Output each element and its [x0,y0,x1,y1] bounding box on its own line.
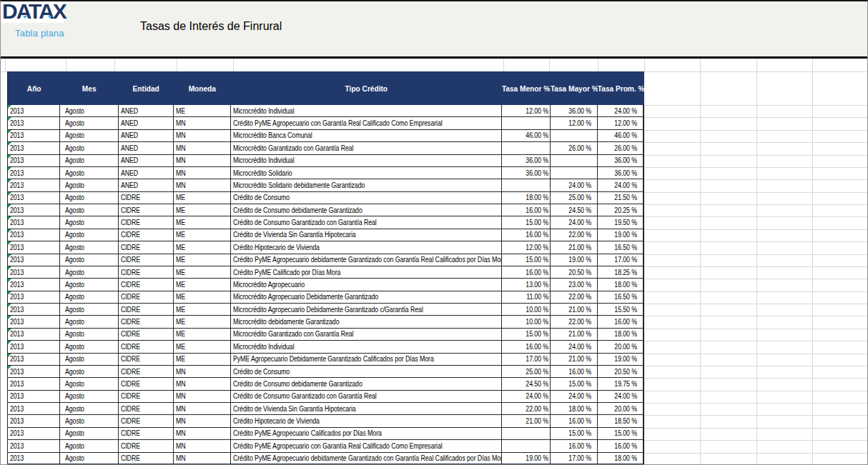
cell-year[interactable]: 2013 [8,440,60,451]
cell-currency[interactable]: ME [174,229,231,241]
cell-rate-min[interactable]: 12.00 % [502,241,551,253]
cell-rate-min[interactable]: 10.00 % [502,304,551,315]
cell-rate-max[interactable]: 24.50 % [551,204,598,216]
cell-rate-min[interactable]: 11.00 % [502,291,551,303]
cell-year[interactable]: 2013 [8,329,60,340]
cell-entity[interactable]: CIDRE [119,291,174,303]
cell-credit-type[interactable]: Microcrédito Solidario [231,167,502,179]
cell-entity[interactable]: CIDRE [119,453,174,464]
cell-credit-type[interactable]: Crédito de Consumo [231,192,502,204]
cell-rate-avg[interactable]: 20.00 % [598,341,644,352]
cell-currency[interactable]: ME [174,279,231,290]
cell-rate-min[interactable]: 24.50 % [502,378,551,389]
cell-month[interactable]: Agosto [60,130,119,141]
cell-month[interactable]: Agosto [60,391,119,402]
cell-entity[interactable]: CIDRE [119,403,174,414]
col-header-entidad[interactable]: Entidad [119,71,174,105]
cell-rate-max[interactable]: 24.00 % [551,179,598,191]
cell-rate-min[interactable]: 16.00 % [502,204,551,216]
cell-entity[interactable]: CIDRE [119,440,174,451]
cell-year[interactable]: 2013 [8,291,60,303]
cell-rate-min[interactable]: 24.00 % [502,391,551,402]
cell-currency[interactable]: ME [174,329,231,340]
col-header-tasa-menor[interactable]: Tasa Menor % [502,71,551,105]
cell-rate-avg[interactable]: 19.75 % [598,378,644,389]
cell-rate-avg[interactable]: 20.25 % [598,204,644,216]
cell-rate-min[interactable]: 19.00 % [502,453,551,464]
cell-currency[interactable]: MN [174,167,231,179]
cell-rate-avg[interactable]: 18.50 % [598,415,644,426]
cell-rate-min[interactable]: 46.00 % [502,130,551,141]
cell-month[interactable]: Agosto [60,142,119,154]
cell-rate-min[interactable]: 12.00 % [502,105,551,116]
cell-year[interactable]: 2013 [8,378,60,389]
cell-month[interactable]: Agosto [60,117,119,129]
cell-month[interactable]: Agosto [60,291,119,303]
cell-year[interactable]: 2013 [8,391,60,402]
cell-credit-type[interactable]: Microcrédito Agropecuario Debidamente Ga… [231,291,502,303]
cell-rate-avg[interactable]: 19.00 % [598,354,644,365]
cell-rate-min[interactable]: 18.00 % [502,192,551,204]
cell-entity[interactable]: CIDRE [119,254,174,266]
cell-currency[interactable]: ME [174,354,231,365]
cell-credit-type[interactable]: PyME Agropecuario Debidamente Garantizad… [231,354,502,365]
cell-rate-max[interactable]: 18.00 % [551,403,598,414]
cell-credit-type[interactable]: Microcrédito Individual [231,341,502,352]
cell-entity[interactable]: ANED [119,167,174,179]
cell-year[interactable]: 2013 [8,366,60,377]
col-header-tipo-credito[interactable]: Tipo Crédito [231,71,502,105]
cell-year[interactable]: 2013 [8,316,60,327]
cell-credit-type[interactable]: Microcrédito Agropecuario [231,279,502,290]
cell-credit-type[interactable]: Crédito PyME Agropecuario debidamente Ga… [231,254,502,266]
cell-rate-max[interactable]: 24.00 % [551,216,598,228]
cell-rate-max[interactable]: 23.00 % [551,279,598,290]
cell-year[interactable]: 2013 [8,192,60,204]
cell-rate-max[interactable]: 24.00 % [551,341,598,352]
cell-credit-type[interactable]: Crédito de Vivienda Sin Garantía Hipotec… [231,229,502,241]
cell-rate-min[interactable] [502,142,551,154]
cell-credit-type[interactable]: Crédito Hipotecario de Vivienda [231,415,502,426]
cell-year[interactable]: 2013 [8,304,60,315]
cell-year[interactable]: 2013 [8,142,60,154]
cell-month[interactable]: Agosto [60,366,119,377]
cell-year[interactable]: 2013 [8,216,60,228]
cell-rate-max[interactable] [551,155,598,166]
cell-year[interactable]: 2013 [8,254,60,266]
cell-credit-type[interactable]: Microcrédito Agropecuario Debidamente Ga… [231,304,502,315]
cell-month[interactable]: Agosto [60,241,119,253]
cell-rate-max[interactable]: 12.00 % [551,117,598,129]
cell-rate-avg[interactable]: 20.00 % [598,403,644,414]
cell-credit-type[interactable]: Crédito PyME Agropecuario Calificados po… [231,428,502,439]
col-header-tasa-mayor[interactable]: Tasa Mayor % [551,71,598,105]
cell-currency[interactable]: MN [174,130,231,141]
cell-credit-type[interactable]: Microcrédito Banca Comunal [231,130,502,141]
cell-credit-type[interactable]: Crédito de Consumo debidamente Garantiza… [231,204,502,216]
cell-rate-min[interactable]: 17.00 % [502,354,551,365]
cell-year[interactable]: 2013 [8,453,60,464]
cell-rate-min[interactable]: 15.00 % [502,254,551,266]
cell-month[interactable]: Agosto [60,316,119,327]
cell-rate-min[interactable] [502,179,551,191]
cell-month[interactable]: Agosto [60,341,119,352]
cell-credit-type[interactable]: Crédito Hipotecario de Vivienda [231,241,502,253]
cell-rate-avg[interactable]: 16.00 % [598,440,644,451]
cell-rate-avg[interactable]: 18.00 % [598,279,644,290]
cell-entity[interactable]: CIDRE [119,366,174,377]
cell-rate-avg[interactable]: 24.00 % [598,105,644,116]
cell-credit-type[interactable]: Microcrédito Garantizado con Garantía Re… [231,142,502,154]
cell-rate-min[interactable]: 16.00 % [502,341,551,352]
cell-year[interactable]: 2013 [8,155,60,166]
cell-year[interactable]: 2013 [8,341,60,352]
cell-entity[interactable]: CIDRE [119,378,174,389]
cell-rate-avg[interactable]: 18.25 % [598,266,644,278]
cell-rate-avg[interactable]: 19.50 % [598,216,644,228]
cell-rate-max[interactable]: 19.00 % [551,254,598,266]
cell-month[interactable]: Agosto [60,440,119,451]
col-header-mes[interactable]: Mes [60,71,119,105]
cell-rate-avg[interactable]: 24.00 % [598,179,644,191]
cell-year[interactable]: 2013 [8,241,60,253]
cell-month[interactable]: Agosto [60,378,119,389]
cell-entity[interactable]: CIDRE [119,229,174,241]
cell-entity[interactable]: CIDRE [119,304,174,315]
cell-rate-max[interactable]: 24.00 % [551,391,598,402]
